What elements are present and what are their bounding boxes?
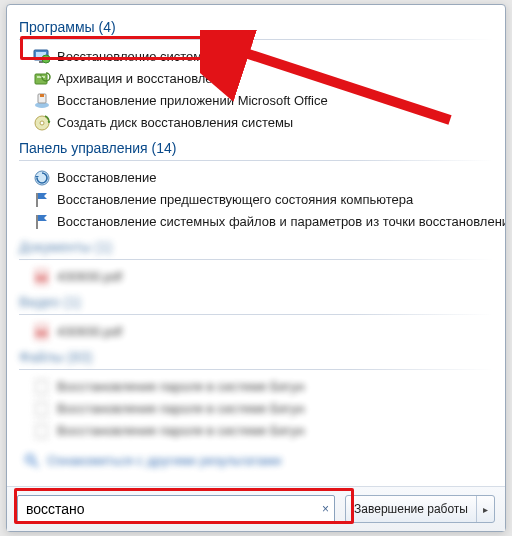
svg-rect-18 <box>36 380 47 394</box>
result-label: Архивация и восстановление <box>57 70 234 88</box>
result-restore-system-files[interactable]: Восстановление системных файлов и параме… <box>19 211 493 233</box>
result-label: Восстановление системных файлов и параме… <box>57 213 505 231</box>
shutdown-label: Завершение работы <box>354 502 468 516</box>
result-label: 430930.pdf <box>57 323 122 341</box>
flag-icon <box>33 191 51 209</box>
svg-point-21 <box>26 455 34 463</box>
pdf-icon <box>33 268 51 286</box>
result-label: 430930.pdf <box>57 268 122 286</box>
svg-rect-20 <box>36 424 47 438</box>
blurred-results: Документы (1) 430930.pdf Видео (1) 43093… <box>19 239 493 472</box>
divider <box>19 369 493 370</box>
file-icon <box>33 378 51 396</box>
svg-rect-17 <box>36 331 47 335</box>
search-wrap: × <box>17 495 335 523</box>
result-file[interactable]: Восстановление пароля в системе Бегун <box>19 398 493 420</box>
section-files-header: Файлы (83) <box>19 349 493 365</box>
divider <box>19 160 493 161</box>
result-restore[interactable]: Восстановление <box>19 167 493 189</box>
divider <box>19 259 493 260</box>
result-document[interactable]: 430930.pdf <box>19 266 493 288</box>
result-label: Восстановление предшествующего состояния… <box>57 191 413 209</box>
section-video-header: Видео (1) <box>19 294 493 310</box>
svg-rect-15 <box>36 276 47 280</box>
pdf-icon <box>33 323 51 341</box>
result-restore-previous-state[interactable]: Восстановление предшествующего состояния… <box>19 189 493 211</box>
result-label: Восстановление пароля в системе Бегун <box>57 378 305 396</box>
footer-bar: × Завершение работы ▸ <box>7 486 505 531</box>
shutdown-button[interactable]: Завершение работы ▸ <box>345 495 495 523</box>
divider <box>19 39 493 40</box>
svg-line-22 <box>33 462 38 467</box>
clear-search-icon[interactable]: × <box>322 502 329 516</box>
more-results-label: Ознакомиться с другими результатами <box>47 452 281 470</box>
search-input[interactable] <box>17 495 335 523</box>
result-label: Восстановление пароля в системе Бегун <box>57 400 305 418</box>
svg-rect-8 <box>40 94 44 97</box>
result-label: Создать диск восстановления системы <box>57 114 293 132</box>
result-label: Восстановление <box>57 169 156 187</box>
results-area: Программы (4) Восстановление системы Арх… <box>7 5 505 486</box>
start-menu-search-panel: Программы (4) Восстановление системы Арх… <box>6 4 506 532</box>
svg-point-10 <box>40 121 44 125</box>
section-control-panel-header: Панель управления (14) <box>19 140 493 156</box>
svg-rect-19 <box>36 402 47 416</box>
shutdown-main[interactable]: Завершение работы <box>346 496 476 522</box>
svg-rect-12 <box>36 193 38 207</box>
result-file[interactable]: Восстановление пароля в системе Бегун <box>19 420 493 442</box>
file-icon <box>33 422 51 440</box>
disc-icon <box>33 114 51 132</box>
svg-rect-13 <box>36 215 38 229</box>
result-create-restore-disc[interactable]: Создать диск восстановления системы <box>19 112 493 134</box>
section-documents-header: Документы (1) <box>19 239 493 255</box>
system-restore-icon <box>33 48 51 66</box>
result-label: Восстановление приложений Microsoft Offi… <box>57 92 328 110</box>
result-video[interactable]: 430930.pdf <box>19 321 493 343</box>
result-office-restore[interactable]: Восстановление приложений Microsoft Offi… <box>19 90 493 112</box>
more-results-link[interactable]: Ознакомиться с другими результатами <box>19 450 493 472</box>
result-file[interactable]: Восстановление пароля в системе Бегун <box>19 376 493 398</box>
shutdown-menu-arrow[interactable]: ▸ <box>476 496 494 522</box>
office-restore-icon <box>33 92 51 110</box>
backup-restore-icon <box>33 70 51 88</box>
search-icon <box>23 452 41 470</box>
flag-icon <box>33 213 51 231</box>
result-system-restore[interactable]: Восстановление системы <box>19 46 493 68</box>
file-icon <box>33 400 51 418</box>
result-label: Восстановление пароля в системе Бегун <box>57 422 305 440</box>
result-label: Восстановление системы <box>57 48 212 66</box>
section-programs-header: Программы (4) <box>19 19 493 35</box>
divider <box>19 314 493 315</box>
restore-icon <box>33 169 51 187</box>
result-backup-restore[interactable]: Архивация и восстановление <box>19 68 493 90</box>
